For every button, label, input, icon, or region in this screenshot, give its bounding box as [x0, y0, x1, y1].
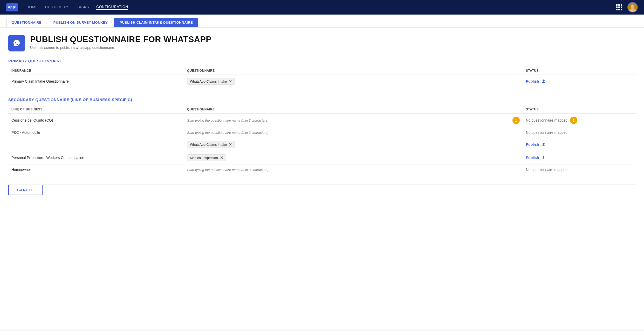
input-wrapper-0: 1: [187, 117, 520, 124]
apps-grid-icon[interactable]: [616, 4, 622, 10]
primary-table: INSURANCE QUESTIONNAIRE STATUS Primary C…: [8, 67, 636, 88]
secondary-chip-label-3: Medical Inspection: [190, 156, 218, 160]
nav-tasks[interactable]: TASKS: [77, 5, 89, 10]
secondary-publish-icon-2: [542, 142, 546, 147]
primary-col-status: STATUS: [523, 67, 636, 75]
primary-status-cell: Publish: [523, 75, 636, 88]
tab-publish-claim-intake[interactable]: PUBLISH CLAIM INTAKE QUESTIONNAIRE: [114, 18, 198, 27]
secondary-status-cell-1: No questionnaire mapped: [523, 127, 636, 138]
primary-publish-icon: [542, 79, 546, 83]
secondary-questionnaire-cell-1: [184, 127, 523, 138]
tab-questionnaire[interactable]: QUESTIONNAIRE: [6, 18, 47, 27]
secondary-col-questionnaire: QUESTIONNAIRE: [184, 105, 523, 114]
svg-text:appian: appian: [8, 5, 16, 9]
secondary-col-status: STATUS: [523, 105, 636, 114]
secondary-publish-link-2[interactable]: Publish: [526, 142, 546, 147]
primary-questionnaire-cell: WhatsApp Claims Intake ✕: [184, 75, 523, 88]
no-map-label-4: No questionnaire mapped: [526, 168, 567, 172]
whatsapp-icon-box: [8, 35, 25, 51]
primary-questionnaire-section: PRIMARY QUESTIONNAIRE INSURANCE QUESTION…: [8, 59, 636, 88]
secondary-chip-2: WhatsApp Claims Intake ✕: [187, 141, 235, 148]
secondary-publish-icon-3: [542, 156, 546, 160]
secondary-publish-label-3: Publish: [526, 156, 539, 160]
primary-col-questionnaire: QUESTIONNAIRE: [184, 67, 523, 75]
secondary-table: LINE OF BUSINESS QUESTIONNAIRE STATUS Ce…: [8, 105, 636, 175]
svg-point-2: [631, 4, 634, 8]
secondary-questionnaire-cell-3: Medical Inspection ✕: [184, 151, 523, 164]
action-bar: CANCEL: [8, 184, 636, 195]
navbar: appian HOME CUSTOMERS TASKS CONFIGURATIO…: [0, 0, 644, 15]
secondary-lob-cell-4: Homeowner: [8, 164, 184, 175]
secondary-lob-cell-0: Cessione del Quinto (CQ): [8, 114, 184, 127]
secondary-publish-link-3[interactable]: Publish: [526, 156, 546, 160]
main-content: PUBLISH QUESTIONNAIRE FOR WHATSAPP Use t…: [0, 28, 644, 329]
logo-box: appian: [6, 3, 18, 11]
secondary-status-cell-4: No questionnaire mapped: [523, 164, 636, 175]
no-map-label-0: No questionnaire mapped: [526, 118, 567, 122]
page-header: PUBLISH QUESTIONNAIRE FOR WHATSAPP Use t…: [8, 35, 636, 51]
table-row: Homeowner No questionnaire mapped: [8, 164, 636, 175]
primary-questionnaire-chip: WhatsApp Claims Intake ✕: [187, 78, 235, 85]
tabs-bar: QUESTIONNAIRE PUBLISH ON SURVEY MONKEY P…: [0, 15, 644, 28]
secondary-chip-label-2: WhatsApp Claims Intake: [190, 143, 227, 147]
table-row: Personal Protection - Workers Compensati…: [8, 151, 636, 164]
secondary-col-lob: LINE OF BUSINESS: [8, 105, 184, 114]
secondary-questionnaire-cell-4: [184, 164, 523, 175]
user-avatar[interactable]: [627, 2, 638, 12]
table-row: Cessione del Quinto (CQ) 1 No questionna…: [8, 114, 636, 127]
secondary-chip-3: Medical Inspection ✕: [187, 154, 226, 161]
secondary-questionnaire-section: SECONDARY QUESTIONNAIRE (LINE OF BUSINES…: [8, 97, 636, 175]
primary-section-title: PRIMARY QUESTIONNAIRE: [8, 59, 636, 63]
secondary-lob-cell-3: Personal Protection - Workers Compensati…: [8, 151, 184, 164]
primary-publish-label: Publish: [526, 79, 539, 83]
primary-col-insurance: INSURANCE: [8, 67, 184, 75]
primary-chip-remove[interactable]: ✕: [229, 79, 232, 83]
secondary-publish-label-2: Publish: [526, 142, 539, 147]
secondary-lob-cell-2: [8, 138, 184, 151]
primary-publish-link[interactable]: Publish: [526, 79, 546, 83]
page-title: PUBLISH QUESTIONNAIRE FOR WHATSAPP: [30, 35, 211, 44]
navbar-left: appian HOME CUSTOMERS TASKS CONFIGURATIO…: [6, 3, 128, 11]
questionnaire-input-4[interactable]: [187, 168, 520, 172]
secondary-questionnaire-cell-0: 1: [184, 114, 523, 127]
secondary-status-cell-3: Publish: [523, 151, 636, 164]
questionnaire-input-0[interactable]: [187, 118, 510, 122]
secondary-questionnaire-cell-2: WhatsApp Claims Intake ✕: [184, 138, 523, 151]
whatsapp-icon: [12, 38, 22, 48]
navbar-right: [616, 2, 638, 12]
secondary-section-title: SECONDARY QUESTIONNAIRE (LINE OF BUSINES…: [8, 97, 636, 102]
primary-chip-label: WhatsApp Claims Intake: [190, 80, 227, 83]
questionnaire-input-1[interactable]: [187, 131, 520, 135]
nav-customers[interactable]: CUSTOMERS: [45, 5, 70, 10]
appian-logo[interactable]: appian: [6, 3, 18, 11]
page-title-group: PUBLISH QUESTIONNAIRE FOR WHATSAPP Use t…: [30, 35, 211, 50]
no-map-label-1: No questionnaire mapped: [526, 130, 567, 135]
table-row: WhatsApp Claims Intake ✕ Publish: [8, 138, 636, 151]
nav-configuration[interactable]: CONFIGURATION: [96, 5, 128, 10]
primary-insurance-cell: Primary Claim Intake Questionnaire: [8, 75, 184, 88]
tab-publish-survey-monkey[interactable]: PUBLISH ON SURVEY MONKEY: [48, 18, 113, 27]
table-row: Primary Claim Intake Questionnaire Whats…: [8, 75, 636, 88]
secondary-status-cell-2: Publish: [523, 138, 636, 151]
secondary-chip-remove-3[interactable]: ✕: [220, 156, 223, 160]
cancel-button[interactable]: CANCEL: [8, 185, 43, 195]
secondary-status-cell-0: No questionnaire mapped 2: [523, 114, 636, 127]
nav-home[interactable]: HOME: [26, 5, 38, 10]
badge-1: 1: [512, 117, 520, 124]
table-row: P&C - Automobile No questionnaire mapped: [8, 127, 636, 138]
secondary-chip-remove-2[interactable]: ✕: [229, 142, 232, 147]
nav-links: HOME CUSTOMERS TASKS CONFIGURATION: [26, 5, 128, 10]
secondary-lob-cell-1: P&C - Automobile: [8, 127, 184, 138]
page-subtitle: Use this screen to publish a whatsapp qu…: [30, 45, 211, 50]
badge-2: 2: [570, 117, 577, 124]
avatar-initials: [628, 3, 637, 12]
